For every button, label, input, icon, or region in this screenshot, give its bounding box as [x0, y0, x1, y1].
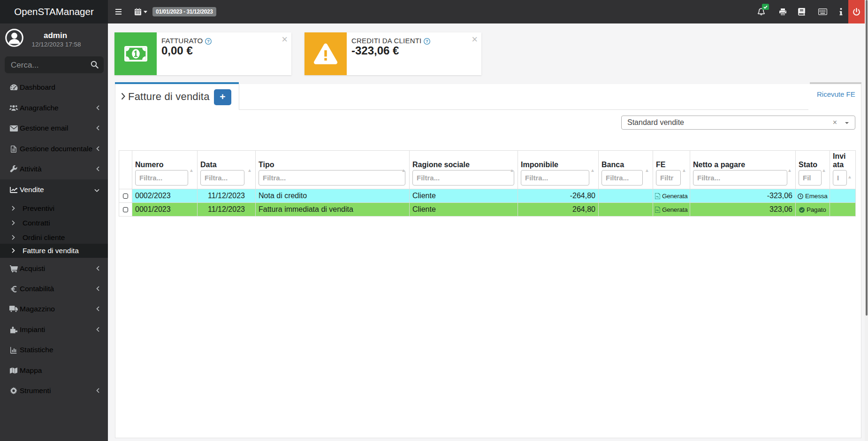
svg-text:?: ?: [207, 39, 210, 44]
svg-text:?: ?: [426, 39, 428, 44]
